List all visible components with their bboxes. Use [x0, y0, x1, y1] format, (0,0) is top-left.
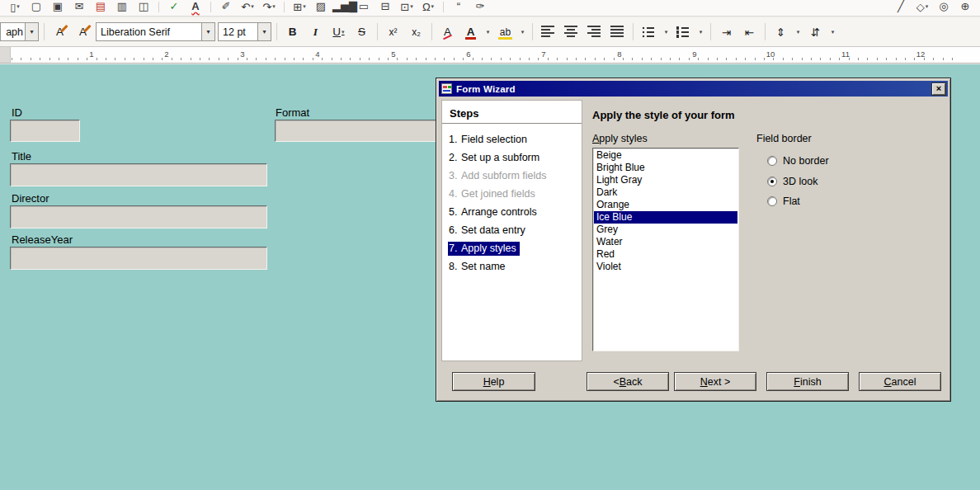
style-option-bright-blue[interactable]: Bright Blue [594, 162, 737, 174]
field-input-director[interactable] [10, 205, 267, 229]
align-center-icon[interactable] [561, 21, 582, 42]
print-icon[interactable]: ▥ [112, 0, 132, 16]
radio-no-border[interactable]: No border [767, 155, 829, 167]
insert-chart-icon[interactable]: ▂▅▇ [332, 0, 352, 16]
italic-icon[interactable]: I [305, 21, 326, 42]
decrease-indent-icon[interactable]: ⇤ [739, 21, 760, 42]
basic-shapes-icon[interactable]: ◇ [912, 0, 932, 16]
help-button[interactable]: Help [452, 372, 535, 391]
superscript-icon[interactable]: x² [383, 21, 403, 42]
field-input-releaseyear[interactable] [10, 247, 267, 270]
bold-icon[interactable]: B [282, 21, 303, 42]
update-style-icon[interactable]: A [49, 21, 70, 42]
dialog-titlebar[interactable]: Form Wizard × [439, 81, 948, 97]
style-option-grey[interactable]: Grey [594, 224, 737, 236]
open-icon[interactable]: ▢ [26, 0, 46, 16]
align-justify-icon[interactable] [607, 21, 628, 42]
insert-image-icon[interactable]: ▨ [311, 0, 331, 16]
autospellcheck-icon[interactable]: A [186, 0, 205, 16]
style-option-dark[interactable]: Dark [594, 186, 737, 199]
step-5-arrange-controls[interactable]: 5.Arrange controls [442, 203, 582, 221]
increase-indent-icon[interactable]: ⇥ [716, 21, 737, 42]
field-label-format[interactable]: Format [276, 106, 309, 119]
paragraph-spacing-dropdown-icon[interactable] [828, 21, 837, 42]
numbered-list-dropdown-icon[interactable] [696, 21, 705, 42]
field-label-title[interactable]: Title [12, 150, 31, 163]
page-break-icon[interactable]: ⊟ [375, 0, 395, 16]
align-left-icon[interactable] [538, 21, 558, 42]
insert-field-icon[interactable]: ⊡ [397, 0, 417, 16]
next-button[interactable]: Next > [674, 372, 756, 391]
finish-button[interactable]: Finish [766, 372, 849, 391]
save-icon[interactable]: ▣ [48, 0, 68, 16]
paragraph-style-dropdown-icon[interactable] [25, 22, 39, 41]
style-option-red[interactable]: Red [594, 248, 737, 261]
insert-line-icon[interactable]: ╱ [891, 0, 911, 16]
style-option-water[interactable]: Water [594, 236, 737, 248]
insert-table-icon[interactable]: ⊞ [290, 0, 309, 16]
font-name-value[interactable]: Liberation Serif [96, 22, 201, 41]
font-size-dropdown-icon[interactable] [257, 22, 271, 41]
highlight-color-dropdown-icon[interactable] [518, 21, 527, 42]
strikethrough-icon[interactable]: S [351, 21, 372, 42]
style-option-light-gray[interactable]: Light Gray [594, 174, 737, 186]
paragraph-style-value[interactable]: aph [0, 22, 25, 41]
step-8-set-name[interactable]: 8.Set name [442, 257, 582, 276]
font-size-combo[interactable]: 12 pt [218, 22, 271, 41]
insert-comment-icon[interactable]: “ [449, 0, 469, 16]
zoom-icon[interactable]: ⊕ [955, 0, 975, 16]
font-color-dropdown-icon[interactable] [483, 21, 492, 42]
bullet-list-icon[interactable] [638, 21, 659, 42]
clone-formatting-icon[interactable]: ✐ [216, 0, 236, 16]
close-icon[interactable]: × [932, 83, 945, 95]
font-size-value[interactable]: 12 pt [218, 22, 257, 41]
align-right-icon[interactable] [584, 21, 605, 42]
subscript-icon[interactable]: x₂ [406, 21, 426, 42]
underline-icon[interactable]: U [328, 21, 349, 42]
horizontal-ruler[interactable]: 1 2 3 4 5 6 7 8 9 10 11 12 [0, 47, 980, 64]
styles-listbox[interactable]: Beige Bright Blue Light Gray Dark Orange… [592, 148, 739, 351]
email-icon[interactable]: ✉ [69, 0, 89, 16]
paragraph-spacing-icon[interactable]: ⇵ [805, 21, 826, 42]
step-1-field-selection[interactable]: 1.Field selection [442, 130, 582, 148]
field-input-id[interactable] [10, 120, 80, 142]
font-name-dropdown-icon[interactable] [201, 22, 215, 41]
style-option-orange[interactable]: Orange [594, 199, 737, 211]
style-option-ice-blue[interactable]: Ice Blue [594, 211, 737, 224]
new-style-icon[interactable]: A [73, 21, 93, 42]
highlight-color-icon[interactable]: ab [495, 21, 516, 42]
line-spacing-dropdown-icon[interactable] [794, 21, 803, 42]
radio-selected-icon [767, 177, 777, 186]
find-replace-icon[interactable]: ◎ [934, 0, 954, 16]
numbered-list-icon[interactable] [673, 21, 694, 42]
field-label-releaseyear[interactable]: ReleaseYear [12, 233, 73, 246]
field-input-title[interactable] [10, 163, 267, 186]
field-label-id[interactable]: ID [12, 106, 22, 119]
undo-icon[interactable]: ↶ [238, 0, 257, 16]
style-option-beige[interactable]: Beige [594, 149, 737, 162]
font-name-combo[interactable]: Liberation Serif [96, 22, 215, 41]
cancel-button[interactable]: Cancel [859, 372, 941, 391]
redo-icon[interactable]: ↷ [259, 0, 279, 16]
insert-textbox-icon[interactable]: ▭ [354, 0, 374, 16]
field-label-director[interactable]: Director [12, 192, 49, 205]
export-pdf-icon[interactable]: ▤ [91, 0, 111, 16]
clear-formatting-icon[interactable]: A [437, 21, 458, 42]
step-7-apply-styles[interactable]: 7.Apply styles [442, 239, 582, 257]
track-changes-icon[interactable]: ✑ [470, 0, 490, 16]
paragraph-style-combo[interactable]: aph [0, 22, 39, 41]
radio-flat[interactable]: Flat [767, 196, 800, 207]
insert-symbol-icon[interactable]: Ω [418, 0, 438, 16]
font-color-icon[interactable]: A [460, 21, 481, 42]
new-document-icon[interactable]: ▯ [5, 0, 25, 16]
print-preview-icon[interactable]: ◫ [134, 0, 153, 16]
radio-3d-look[interactable]: 3D look [767, 176, 817, 187]
step-2-set-up-subform[interactable]: 2.Set up a subform [442, 148, 582, 167]
spellcheck-icon[interactable]: ✓ [164, 0, 184, 16]
line-spacing-icon[interactable]: ⇕ [770, 21, 791, 42]
back-button[interactable]: < Back [587, 372, 669, 391]
style-option-violet[interactable]: Violet [594, 261, 737, 273]
toolbar-separator [377, 23, 378, 40]
bullet-list-dropdown-icon[interactable] [662, 21, 671, 42]
step-6-set-data-entry[interactable]: 6.Set data entry [442, 221, 582, 239]
